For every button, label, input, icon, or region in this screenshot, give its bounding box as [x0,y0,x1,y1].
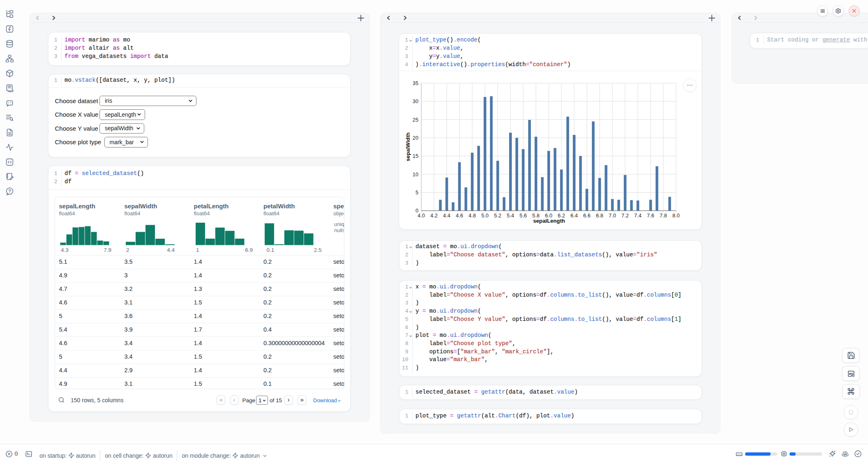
svg-text:10: 10 [413,171,418,177]
svg-text:7.2: 7.2 [621,212,629,219]
svg-text:4.6: 4.6 [456,212,463,219]
svg-text:7.8: 7.8 [660,212,667,219]
svg-text:7.6: 7.6 [647,212,654,219]
svg-text:sepalWidth: sepalWidth [405,132,411,161]
svg-text:7.4: 7.4 [634,212,642,219]
svg-text:6.8: 6.8 [596,212,603,219]
svg-text:5.6: 5.6 [519,212,527,219]
svg-text:sepalLength: sepalLength [533,218,565,224]
svg-text:4.4: 4.4 [443,212,450,219]
svg-text:5.2: 5.2 [494,212,501,219]
svg-text:30: 30 [413,98,418,104]
svg-text:6.4: 6.4 [570,212,578,219]
svg-text:25: 25 [413,117,418,123]
svg-text:5.0: 5.0 [481,212,489,219]
svg-text:5: 5 [416,189,418,196]
svg-text:8.0: 8.0 [672,212,680,219]
svg-text:4.8: 4.8 [469,212,476,219]
svg-text:20: 20 [413,135,418,141]
svg-text:15: 15 [413,153,418,159]
svg-text:35: 35 [413,80,418,86]
svg-text:4.0: 4.0 [418,212,425,219]
svg-text:4.2: 4.2 [430,212,438,219]
svg-text:7.0: 7.0 [609,212,616,219]
svg-text:5.4: 5.4 [507,212,514,219]
svg-text:6.6: 6.6 [583,212,591,219]
